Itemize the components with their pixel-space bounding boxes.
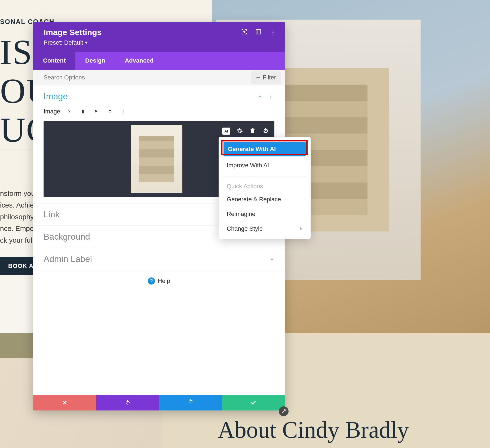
tab-advanced[interactable]: Advanced <box>115 52 163 70</box>
tab-design[interactable]: Design <box>75 52 115 70</box>
redo-button[interactable] <box>159 395 222 410</box>
svg-point-0 <box>243 31 245 33</box>
preset-selector[interactable]: Preset: Default <box>44 39 277 46</box>
about-heading: About Cindy Bradly <box>218 416 409 443</box>
gear-icon[interactable] <box>236 128 243 135</box>
preset-label: Preset: <box>44 39 63 46</box>
flyout-quick-actions-heading: Quick Actions <box>222 181 307 192</box>
section-menu-icon[interactable]: ⋮ <box>267 92 274 101</box>
svg-rect-3 <box>82 110 84 113</box>
panel-layout-icon[interactable] <box>255 29 261 36</box>
section-background-title: Background <box>44 232 90 242</box>
filter-label: Filter <box>263 74 276 81</box>
flyout-improve-with-ai[interactable]: Improve With AI <box>222 158 307 173</box>
help-row[interactable]: ? Help <box>33 270 285 292</box>
close-button[interactable] <box>33 395 96 410</box>
undo-icon[interactable] <box>262 128 270 135</box>
section-link-title: Link <box>44 209 60 220</box>
svg-rect-1 <box>256 30 261 34</box>
filter-button[interactable]: + Filter <box>251 71 281 84</box>
section-admin-label-title: Admin Label <box>44 254 92 264</box>
flyout-generate-with-ai[interactable]: Generate With AI <box>223 142 306 156</box>
focus-icon[interactable] <box>241 29 247 36</box>
responsive-icon[interactable] <box>78 107 87 116</box>
modal-title: Image Settings <box>44 28 102 37</box>
field-menu-icon[interactable]: ⋮ <box>119 107 128 116</box>
submenu-caret-icon <box>300 227 302 231</box>
undo-button[interactable] <box>96 395 159 410</box>
modal-action-bar <box>33 395 285 410</box>
search-filter-row: + Filter <box>33 70 285 85</box>
modal-header: Image Settings ⋮ Preset: Default <box>33 22 285 52</box>
help-icon[interactable]: ? <box>65 107 74 116</box>
chevron-down-icon <box>270 257 274 262</box>
help-label: Help <box>158 277 170 285</box>
flyout-generate-replace[interactable]: Generate & Replace <box>222 192 307 207</box>
section-image-title[interactable]: Image <box>44 91 68 101</box>
plus-icon: + <box>256 74 260 81</box>
flyout-divider <box>222 177 307 177</box>
image-field-label: Image <box>44 108 60 115</box>
trash-icon[interactable] <box>249 128 256 135</box>
flyout-reimagine[interactable]: Reimagine <box>222 207 307 221</box>
hero-divider <box>0 150 35 150</box>
caret-down-icon <box>85 42 88 44</box>
reset-icon[interactable] <box>105 107 115 116</box>
tab-content[interactable]: Content <box>33 52 75 70</box>
preset-value: Default <box>64 39 83 46</box>
resize-handle[interactable] <box>279 406 289 416</box>
flyout-change-style[interactable]: Change Style <box>222 221 307 236</box>
hover-icon[interactable] <box>92 107 101 116</box>
search-input[interactable] <box>44 74 186 81</box>
image-preview-actions: AI <box>222 128 270 135</box>
save-button[interactable] <box>222 395 285 410</box>
image-field-toolbar: Image ? ⋮ <box>44 107 274 116</box>
help-badge-icon: ? <box>148 277 155 285</box>
section-admin-label[interactable]: Admin Label <box>33 248 285 270</box>
modal-menu-icon[interactable]: ⋮ <box>270 28 277 37</box>
ai-flyout-menu: Generate With AI Improve With AI Quick A… <box>219 137 311 239</box>
flyout-change-style-label: Change Style <box>227 225 263 232</box>
chevron-up-icon[interactable] <box>258 94 262 99</box>
tab-bar: Content Design Advanced <box>33 52 285 70</box>
ai-icon[interactable]: AI <box>222 128 230 135</box>
image-thumbnail <box>131 125 182 193</box>
